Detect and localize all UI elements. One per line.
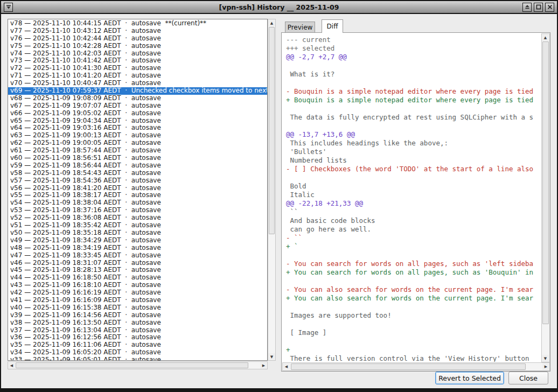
diff-hscrollbar[interactable]: ◀ ▶	[282, 362, 550, 371]
diff-line: can go here as well.	[286, 225, 541, 234]
scroll-down-icon[interactable]: ▼	[542, 355, 549, 362]
diff-line	[286, 122, 541, 130]
diff-view[interactable]: --- current+++ selected@@ -2,7 +2,7 @@ W…	[282, 33, 541, 362]
list-item[interactable]: v55 — 2025-11-09 18:38:17 AEDT · autosav…	[8, 192, 267, 199]
list-item[interactable]: v65 — 2025-11-09 19:04:34 AEDT · autosav…	[8, 117, 267, 125]
titlebar[interactable]: [vpn-ssh] History __ 2025-11-09	[1, 1, 557, 14]
list-item[interactable]: v46 — 2025-11-09 18:31:07 AEDT · autosav…	[8, 260, 267, 267]
diff-line	[286, 251, 541, 260]
list-hscrollbar[interactable]: ◀ ▶	[8, 361, 268, 369]
list-item[interactable]: v44 — 2025-11-09 16:18:50 AEDT · autosav…	[8, 274, 267, 282]
list-item[interactable]: v33 — 2025-11-09 16:05:01 AEDT · autosav…	[8, 356, 267, 361]
app-body: v78 — 2025-11-10 10:44:15 AEDT · autosav…	[1, 15, 557, 388]
list-item[interactable]: v76 — 2025-11-10 10:42:44 AEDT · autosav…	[8, 35, 267, 43]
list-item[interactable]: v73 — 2025-11-10 10:41:42 AEDT · autosav…	[8, 57, 267, 65]
diff-line	[286, 104, 541, 113]
diff-line: What is it?	[286, 70, 541, 79]
list-item[interactable]: v68 — 2025-11-09 19:08:09 AEDT · autosav…	[8, 95, 267, 102]
diff-line	[286, 337, 541, 346]
diff-line: This includes headings like the above,:	[286, 139, 541, 148]
scroll-left-icon[interactable]: ◀	[283, 363, 290, 370]
diff-line: Italic	[286, 191, 541, 199]
list-item[interactable]: v69 — 2025-11-10 07:59:37 AEDT · Uncheck…	[8, 87, 267, 95]
list-hscroll-thumb[interactable]	[16, 362, 248, 368]
list-item[interactable]: v64 — 2025-11-09 19:03:16 AEDT · autosav…	[8, 124, 267, 132]
diff-line: @@ -13,7 +13,6 @@	[286, 130, 541, 139]
window: [vpn-ssh] History __ 2025-11-09 v	[0, 0, 558, 392]
diff-line: - [ ] Checkboxes (the word 'TODO' at the…	[286, 165, 541, 173]
diff-panel: --- current+++ selected@@ -2,7 +2,7 @@ W…	[281, 32, 550, 372]
list-item[interactable]: v59 — 2025-11-09 18:56:44 AEDT · autosav…	[8, 162, 267, 170]
list-item[interactable]: v48 — 2025-11-09 18:34:19 AEDT · autosav…	[8, 244, 267, 252]
diff-line: - You can also search for words on the c…	[286, 285, 541, 294]
scroll-up-icon[interactable]: ▲	[542, 34, 549, 41]
list-item[interactable]: v71 — 2025-11-10 10:41:20 AEDT · autosav…	[8, 72, 267, 80]
diff-line: @@ -2,7 +2,7 @@	[286, 53, 541, 61]
list-item[interactable]: v67 — 2025-11-09 19:07:07 AEDT · autosav…	[8, 102, 267, 110]
list-item[interactable]: v41 — 2025-11-09 16:16:09 AEDT · autosav…	[8, 297, 267, 304]
list-item[interactable]: v39 — 2025-11-09 16:14:56 AEDT · autosav…	[8, 312, 267, 319]
revert-button[interactable]: Revert to Selected	[435, 372, 504, 384]
scroll-left-icon[interactable]: ◀	[8, 362, 15, 369]
list-item[interactable]: v77 — 2025-11-10 10:43:12 AEDT · autosav…	[8, 27, 267, 35]
list-item[interactable]: v51 — 2025-11-09 18:35:42 AEDT · autosav…	[8, 222, 267, 229]
list-item[interactable]: v54 — 2025-11-09 18:38:04 AEDT · autosav…	[8, 199, 267, 207]
list-item[interactable]: v37 — 2025-11-09 16:13:04 AEDT · autosav…	[8, 327, 267, 334]
list-item[interactable]: v74 — 2025-11-10 10:42:03 AEDT · autosav…	[8, 50, 267, 58]
list-item[interactable]: v61 — 2025-11-09 18:57:44 AEDT · autosav…	[8, 147, 267, 155]
scroll-right-icon[interactable]: ▶	[260, 362, 267, 369]
list-item[interactable]: v47 — 2025-11-09 18:33:45 AEDT · autosav…	[8, 252, 267, 260]
list-item[interactable]: v70 — 2025-11-10 10:40:47 AEDT · autosav…	[8, 80, 267, 87]
list-item[interactable]: v75 — 2025-11-10 10:42:28 AEDT · autosav…	[8, 43, 267, 50]
diff-line: [ Image ]	[286, 328, 541, 337]
list-item[interactable]: v45 — 2025-11-09 18:28:13 AEDT · autosav…	[8, 267, 267, 274]
list-item[interactable]: v63 — 2025-11-09 19:00:13 AEDT · autosav…	[8, 132, 267, 139]
list-item[interactable]: v56 — 2025-11-09 18:41:20 AEDT · autosav…	[8, 185, 267, 192]
diff-line: +	[286, 346, 541, 354]
list-item[interactable]: v50 — 2025-11-09 18:35:18 AEDT · autosav…	[8, 229, 267, 237]
diff-line: The data is fully encrypted at rest usin…	[286, 113, 541, 122]
scroll-up-icon[interactable]: ▲	[268, 19, 275, 26]
list-item[interactable]: v78 — 2025-11-10 10:44:15 AEDT · autosav…	[8, 20, 267, 27]
history-list[interactable]: v78 — 2025-11-10 10:44:15 AEDT · autosav…	[8, 19, 268, 361]
diff-hscroll-thumb[interactable]	[291, 363, 526, 370]
close-dialog-button[interactable]: Close	[508, 372, 548, 384]
list-vscrollbar[interactable]: ▲ ▼	[268, 19, 276, 361]
diff-line: --- current	[286, 36, 541, 44]
diff-line	[286, 303, 541, 311]
list-item[interactable]: v58 — 2025-11-09 18:54:43 AEDT · autosav…	[8, 170, 267, 177]
diff-line: + You can also search for words on the c…	[286, 294, 541, 303]
diff-line: - Bouquin is a simple notepad editor whe…	[286, 87, 541, 96]
list-item[interactable]: v66 — 2025-11-09 19:05:02 AEDT · autosav…	[8, 110, 267, 117]
scroll-down-icon[interactable]: ▼	[268, 353, 275, 360]
scroll-right-icon[interactable]: ▶	[542, 363, 549, 370]
list-item[interactable]: v35 — 2025-11-09 16:11:06 AEDT · autosav…	[8, 341, 267, 349]
list-item[interactable]: v42 — 2025-11-09 16:16:19 AEDT · autosav…	[8, 289, 267, 297]
list-item[interactable]: v57 — 2025-11-09 18:54:36 AEDT · autosav…	[8, 177, 267, 185]
diff-line	[286, 173, 541, 182]
diff-line: + `	[286, 242, 541, 251]
list-item[interactable]: v53 — 2025-11-09 18:37:16 AEDT · autosav…	[8, 207, 267, 214]
diff-line: Numbered lists	[286, 156, 541, 165]
tab-preview[interactable]: Preview	[285, 22, 315, 33]
list-item[interactable]: v62 — 2025-11-09 19:00:05 AEDT · autosav…	[8, 139, 267, 147]
diff-vscrollbar[interactable]: ▲ ▼	[541, 33, 550, 362]
list-item[interactable]: v52 — 2025-11-09 18:36:08 AEDT · autosav…	[8, 214, 267, 222]
list-item[interactable]: v49 — 2025-11-09 18:34:29 AEDT · autosav…	[8, 237, 267, 244]
list-item[interactable]: v36 — 2025-11-09 16:12:56 AEDT · autosav…	[8, 334, 267, 341]
diff-vscroll-thumb[interactable]	[542, 41, 549, 324]
list-item[interactable]: v60 — 2025-11-09 18:56:51 AEDT · autosav…	[8, 155, 267, 162]
list-item[interactable]: v34 — 2025-11-09 16:05:20 AEDT · autosav…	[8, 349, 267, 356]
list-item[interactable]: v40 — 2025-11-09 16:15:38 AEDT · autosav…	[8, 304, 267, 312]
diff-line: +++ selected	[286, 44, 541, 53]
diff-line: ``	[286, 208, 541, 216]
list-item[interactable]: v38 — 2025-11-09 16:13:50 AEDT · autosav…	[8, 319, 267, 327]
diff-line: Images are supported too!	[286, 311, 541, 320]
list-item[interactable]: v43 — 2025-11-09 16:18:10 AEDT · autosav…	[8, 282, 267, 289]
list-item[interactable]: v72 — 2025-11-10 10:41:30 AEDT · autosav…	[8, 65, 267, 72]
list-vscroll-thumb[interactable]	[269, 27, 275, 234]
tab-diff[interactable]: Diff	[322, 19, 343, 33]
window-title: [vpn-ssh] History __ 2025-11-09	[1, 3, 557, 11]
diff-line: - ``	[286, 234, 541, 242]
diff-line: And basic code blocks	[286, 216, 541, 225]
